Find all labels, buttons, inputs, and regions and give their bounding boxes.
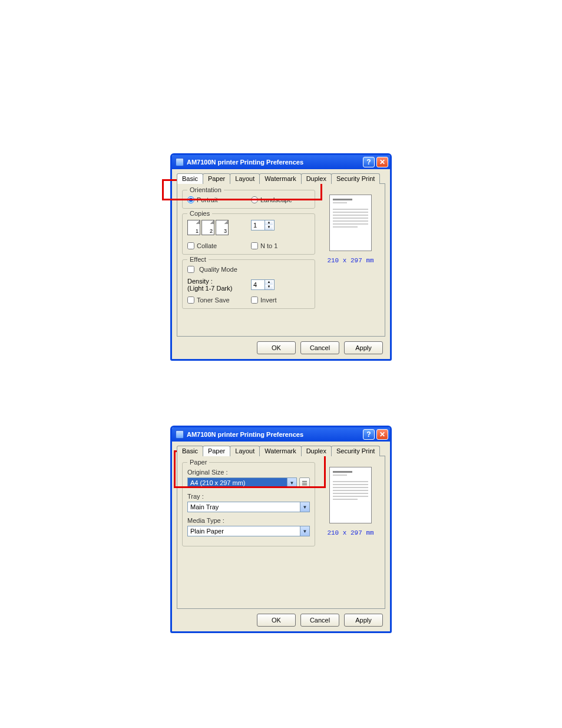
copies-input[interactable] <box>252 222 265 229</box>
help-button[interactable]: ? <box>363 429 375 440</box>
original-size-value: A4 (210 x 297 mm) <box>188 478 287 487</box>
dialog-basic-wrap: AM7100N printer Printing Preferences ? ✕… <box>170 153 392 361</box>
nto1-checkbox[interactable] <box>251 242 258 249</box>
ok-button[interactable]: OK <box>257 341 296 354</box>
page-icon: 3 <box>216 220 229 235</box>
cancel-button[interactable]: Cancel <box>300 341 339 354</box>
tab-security-print[interactable]: Security Print <box>331 446 380 456</box>
svg-rect-1 <box>302 483 307 483</box>
tab-basic[interactable]: Basic <box>177 173 203 184</box>
dialog-button-bar: OK Cancel Apply <box>177 337 385 354</box>
effect-group: Effect Quality Mode Density : (Light 1-7… <box>182 259 315 309</box>
tray-label: Tray : <box>187 493 310 500</box>
tab-security-print[interactable]: Security Print <box>331 173 380 184</box>
preview-dimensions: 210 x 297 mm <box>321 529 380 536</box>
collate-checkbox[interactable] <box>187 242 194 249</box>
svg-rect-0 <box>302 481 307 482</box>
custom-size-button[interactable] <box>299 477 310 488</box>
spin-down-icon[interactable]: ▼ <box>265 225 273 230</box>
portrait-radio[interactable] <box>187 196 194 203</box>
tab-paper[interactable]: Paper <box>203 173 230 184</box>
original-size-label: Original Size : <box>187 469 310 476</box>
nto1-label: N to 1 <box>260 242 277 249</box>
effect-legend: Effect <box>187 256 209 263</box>
page-preview <box>329 195 372 251</box>
paper-group: Paper Original Size : A4 (210 x 297 mm) … <box>182 462 315 546</box>
density-label: Density : <box>187 278 246 285</box>
dropdown-icon[interactable]: ▼ <box>300 526 309 536</box>
spin-up-icon[interactable]: ▲ <box>265 280 273 285</box>
tab-strip: Basic Paper Layout Watermark Duplex Secu… <box>177 173 385 183</box>
landscape-label: Landscape <box>260 196 292 203</box>
copies-spinner[interactable]: ▲▼ <box>251 220 275 230</box>
tray-select[interactable]: Main Tray ▼ <box>187 502 310 512</box>
tab-duplex[interactable]: Duplex <box>301 446 332 456</box>
toner-save-checkbox[interactable] <box>187 297 194 304</box>
tab-panel-basic: Orientation Portrait Landscape <box>177 183 385 337</box>
page-preview <box>329 467 372 523</box>
dialog-paper-wrap: AM7100N printer Printing Preferences ? ✕… <box>170 426 392 633</box>
density-input[interactable] <box>252 281 265 288</box>
invert-label: Invert <box>260 297 277 304</box>
tab-watermark[interactable]: Watermark <box>259 446 301 456</box>
tab-basic[interactable]: Basic <box>177 446 203 456</box>
copies-preview-icons: 1 2 3 <box>187 220 229 235</box>
close-button[interactable]: ✕ <box>376 429 388 440</box>
apply-button[interactable]: Apply <box>344 614 383 627</box>
printer-icon <box>176 430 184 439</box>
tab-layout[interactable]: Layout <box>230 173 260 184</box>
apply-button[interactable]: Apply <box>344 341 383 354</box>
ok-button[interactable]: OK <box>257 614 296 627</box>
cancel-button[interactable]: Cancel <box>300 614 339 627</box>
orientation-legend: Orientation <box>187 186 224 193</box>
copies-legend: Copies <box>187 210 212 217</box>
tab-duplex[interactable]: Duplex <box>301 173 332 184</box>
tab-panel-paper: Paper Original Size : A4 (210 x 297 mm) … <box>177 456 385 609</box>
page-icon: 1 <box>187 220 200 235</box>
invert-checkbox[interactable] <box>251 297 258 304</box>
tray-value: Main Tray <box>188 502 300 512</box>
custom-size-icon <box>302 480 308 486</box>
titlebar[interactable]: AM7100N printer Printing Preferences ? ✕ <box>172 427 390 442</box>
svg-rect-2 <box>302 485 307 485</box>
quality-mode-label: Quality Mode <box>199 266 237 273</box>
media-type-select[interactable]: Plain Paper ▼ <box>187 526 310 536</box>
media-type-value: Plain Paper <box>188 526 300 536</box>
titlebar[interactable]: AM7100N printer Printing Preferences ? ✕ <box>172 155 390 169</box>
portrait-label: Portrait <box>197 196 217 203</box>
orientation-group: Orientation Portrait Landscape <box>182 190 315 209</box>
spin-up-icon[interactable]: ▲ <box>265 220 273 225</box>
tab-layout[interactable]: Layout <box>230 446 260 456</box>
tab-paper[interactable]: Paper <box>203 446 230 456</box>
dropdown-icon[interactable]: ▼ <box>300 502 309 512</box>
tab-watermark[interactable]: Watermark <box>259 173 301 184</box>
printing-preferences-dialog-basic: AM7100N printer Printing Preferences ? ✕… <box>170 153 392 361</box>
spin-down-icon[interactable]: ▼ <box>265 285 273 289</box>
media-type-label: Media Type : <box>187 517 310 524</box>
printing-preferences-dialog-paper: AM7100N printer Printing Preferences ? ✕… <box>170 426 392 633</box>
page-icon: 2 <box>201 220 214 235</box>
landscape-radio[interactable] <box>251 196 258 203</box>
close-button[interactable]: ✕ <box>376 157 388 167</box>
window-title: AM7100N printer Printing Preferences <box>187 431 303 438</box>
quality-mode-checkbox[interactable] <box>187 266 194 273</box>
preview-dimensions: 210 x 297 mm <box>321 257 380 264</box>
tab-strip: Basic Paper Layout Watermark Duplex Secu… <box>177 445 385 456</box>
printer-icon <box>176 158 184 166</box>
toner-save-label: Toner Save <box>197 297 230 304</box>
paper-legend: Paper <box>187 459 209 466</box>
original-size-select[interactable]: A4 (210 x 297 mm) ▼ <box>187 477 297 488</box>
help-button[interactable]: ? <box>363 157 375 167</box>
dialog-button-bar: OK Cancel Apply <box>177 609 385 627</box>
density-spinner[interactable]: ▲▼ <box>251 279 275 290</box>
copies-group: Copies 1 2 3 <box>182 213 315 255</box>
density-range-label: (Light 1-7 Dark) <box>187 285 246 292</box>
window-title: AM7100N printer Printing Preferences <box>187 159 303 166</box>
dropdown-icon[interactable]: ▼ <box>287 478 296 487</box>
collate-label: Collate <box>197 242 217 249</box>
